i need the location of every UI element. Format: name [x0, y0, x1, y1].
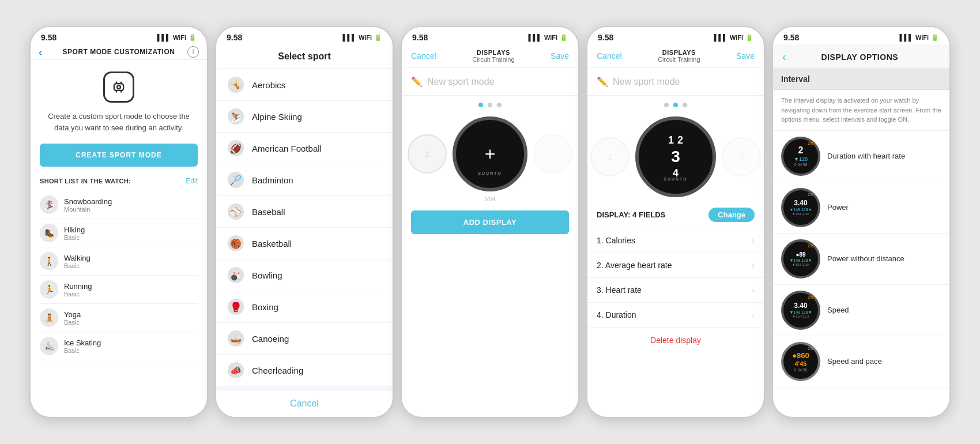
basketball-icon: 🏀 — [228, 235, 244, 251]
field-row-2[interactable]: 2. Average heart rate › — [587, 253, 764, 278]
option-watch-5: 2/6 ●860 4'45 0:04'38 — [781, 342, 820, 381]
delete-display-button[interactable]: Delete display — [587, 328, 764, 353]
baseball-icon: ⚾ — [228, 204, 244, 220]
screen1-title: SPORT MODE CUSTOMIZATION — [63, 48, 175, 56]
dot-2 — [488, 103, 492, 107]
create-sport-mode-button[interactable]: CREATE SPORT MODE — [40, 144, 198, 167]
screen2-status-icons: ▌▌▌ WiFi 🔋 — [342, 34, 382, 42]
field-label-4: 4. Duration — [597, 310, 636, 319]
ice-skating-name: Ice Skating — [64, 338, 101, 347]
option-speed[interactable]: 2/6 3.40 ▼148 128▼ ▼134 31.2 Speed — [773, 285, 949, 336]
signal-icon: ▌▌▌ — [714, 34, 727, 41]
display-fields-header: DISPLAY: 4 FIELDS Change — [587, 202, 764, 228]
option-name-5: Speed and pace — [827, 357, 882, 366]
back-button[interactable]: ‹ — [782, 50, 786, 63]
list-item: ⛸️ Ice Skating Basic — [40, 332, 198, 360]
screen1-body: Create a custom sport mode to choose the… — [31, 60, 207, 366]
sport-canoeing[interactable]: 🛶 Canoeing — [216, 323, 393, 355]
screen4-status-icons: ▌▌▌ WiFi 🔋 — [714, 34, 753, 42]
wifi-icon: WiFi — [915, 34, 929, 41]
option-watch-1: 2/6 2 ▼128 0:04'38 — [781, 137, 820, 176]
screen1-time: 9.58 — [41, 33, 56, 42]
screen5-status-icons: ▌▌▌ WiFi 🔋 — [899, 34, 939, 42]
option-watch-2: 2/6 3.40 ▼148 128▼ ▼134 216↑ — [781, 188, 820, 227]
chevron-icon-3: › — [752, 285, 755, 295]
sport-cheerleading[interactable]: 📣 Cheerleading — [216, 355, 393, 386]
dot-2 — [673, 103, 678, 107]
sport-baseball[interactable]: ⚾ Baseball — [216, 196, 393, 228]
screen3-status-icons: ▌▌▌ WiFi 🔋 — [528, 34, 568, 42]
screen2-time: 9.58 — [227, 33, 242, 42]
yoga-text: Yoga Basic — [64, 310, 81, 326]
field-row-1[interactable]: 1. Calories › — [587, 228, 764, 253]
option-name-2: Power — [827, 203, 849, 212]
wifi-icon: WiFi — [359, 34, 372, 41]
interval-desc: The interval display is activated on you… — [773, 90, 949, 131]
sport-american-football[interactable]: 🏈 American Football — [216, 133, 393, 164]
display-options-title: DISPLAY OPTIONS — [791, 52, 929, 62]
watch-ghost-left: 1 — [590, 137, 630, 176]
dots-row — [587, 96, 764, 112]
field-row-4[interactable]: 4. Duration › — [587, 303, 764, 328]
yoga-sub: Basic — [64, 319, 81, 326]
screen3-nav-bar: Cancel DISPLAYS Circuit Training Save — [402, 44, 578, 68]
add-icon: + — [485, 144, 496, 165]
mode-name-row: ✏️ New sport mode — [402, 68, 578, 96]
screen1-status-bar: 9.58 ▌▌▌ WiFi 🔋 — [31, 27, 207, 44]
save-button[interactable]: Save — [736, 51, 755, 61]
option-speed-pace[interactable]: 2/6 ●860 4'45 0:04'38 Speed and pace — [773, 336, 949, 387]
option-name-4: Speed — [827, 306, 849, 314]
save-button[interactable]: Save — [551, 51, 569, 61]
cancel-button[interactable]: Cancel — [411, 51, 436, 61]
info-button[interactable]: i — [187, 46, 199, 58]
sport-aerobics[interactable]: 🤸 Aerobics — [216, 69, 393, 101]
svg-line-5 — [121, 91, 122, 93]
back-button[interactable]: ‹ — [39, 46, 43, 59]
walking-name: Walking — [64, 254, 91, 262]
sport-bowling[interactable]: 🎳 Bowling — [216, 259, 393, 291]
option-label-2: 2/6 — [808, 193, 813, 197]
watch-ghost-left: 2 — [408, 134, 447, 174]
ice-skating-text: Ice Skating Basic — [64, 338, 101, 354]
option-power[interactable]: 2/6 3.40 ▼148 128▼ ▼134 216↑ Power — [773, 182, 949, 234]
opt-small-3: ▼134 216↑ — [792, 263, 810, 266]
nav-title-block: DISPLAYS Circuit Training — [658, 49, 700, 63]
option-watch-inner-5: ●860 4'45 0:04'38 — [792, 351, 809, 372]
opt-big-1: 2 — [798, 145, 804, 156]
screen4-phone: 9.58 ▌▌▌ WiFi 🔋 Cancel DISPLAYS Circuit … — [586, 26, 765, 418]
chevron-icon-1: › — [752, 236, 755, 245]
option-watch-4: 2/6 3.40 ▼148 128▼ ▼134 31.2 — [781, 291, 820, 330]
edit-link[interactable]: Edit — [186, 177, 198, 185]
info-icon: i — [193, 48, 194, 56]
sport-alpine-skiing[interactable]: ⛷️ Alpine Skiing — [216, 101, 393, 133]
option-label-5: 2/6 — [808, 347, 813, 351]
screen5-status-bar: 9.58 ▌▌▌ WiFi 🔋 — [773, 27, 949, 44]
svg-line-3 — [121, 82, 122, 84]
canoeing-label: Canoeing — [252, 334, 289, 344]
cancel-button[interactable]: Cancel — [597, 51, 622, 61]
option-power-no-distance[interactable]: 2/6 ●89 ▼148 128▼ ▼134 216↑ Power withou… — [773, 234, 949, 285]
option-duration-heart-rate[interactable]: 2/6 2 ▼128 0:04'38 Duration with heart r… — [773, 131, 949, 182]
display-count: DISPLAY: 4 FIELDS — [597, 210, 665, 219]
add-display-button[interactable]: ADD DISPLAY — [411, 210, 569, 234]
interval-header: Interval — [773, 69, 949, 90]
snowboarding-text: Snowboarding Mountain — [64, 197, 112, 213]
change-button[interactable]: Change — [708, 208, 755, 222]
sport-badminton[interactable]: 🏸 Badminton — [216, 164, 393, 196]
sport-boxing[interactable]: 🥊 Boxing — [216, 291, 393, 323]
screen2-status-bar: 9.58 ▌▌▌ WiFi 🔋 — [216, 27, 393, 44]
cheerleading-icon: 📣 — [228, 362, 244, 378]
field-row-3[interactable]: 3. Heart rate › — [587, 278, 764, 303]
wifi-icon: WiFi — [173, 34, 186, 41]
screen5-phone: 9.58 ▌▌▌ WiFi 🔋 ‹ DISPLAY OPTIONS Interv… — [772, 26, 951, 418]
select-sport-title: Select sport — [278, 51, 331, 61]
yoga-name: Yoga — [64, 310, 81, 319]
opt-big-3: ●89 — [796, 251, 805, 258]
cancel-button[interactable]: Cancel — [216, 390, 393, 417]
battery-icon: 🔋 — [374, 34, 382, 42]
walking-icon: 🚶 — [40, 252, 58, 270]
signal-icon: ▌▌▌ — [528, 34, 541, 41]
chevron-icon-4: › — [752, 310, 755, 319]
num-row-mid: 3 — [671, 148, 680, 166]
sport-basketball[interactable]: 🏀 Basketball — [216, 228, 393, 259]
